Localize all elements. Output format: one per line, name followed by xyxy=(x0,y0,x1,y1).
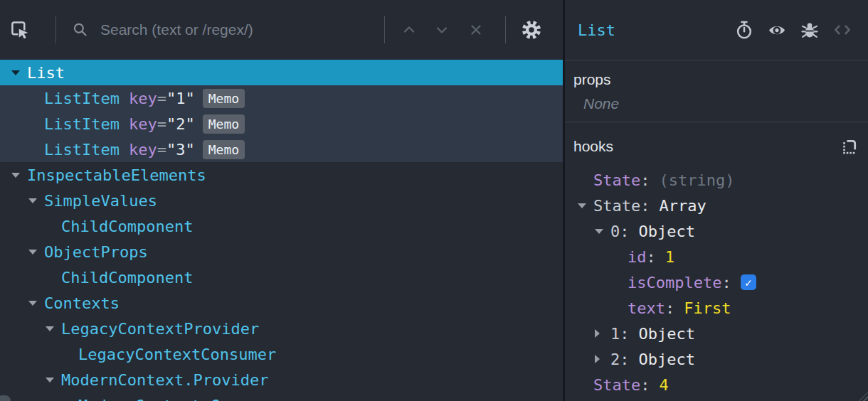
inspect-element-icon xyxy=(9,19,31,41)
tree-row-ChildComponent[interactable]: ChildComponent xyxy=(0,213,563,239)
parse-hook-names-button[interactable] xyxy=(840,137,859,156)
tree-row-ListItem[interactable]: ListItemkey="3"Memo xyxy=(0,137,563,162)
expand-arrow-icon[interactable] xyxy=(28,301,44,306)
tree-row-InspectableElements[interactable]: InspectableElements xyxy=(0,162,563,188)
expand-arrow-icon[interactable] xyxy=(46,378,61,383)
chevron-up-icon xyxy=(401,21,418,38)
hook-value: Object xyxy=(639,325,695,343)
triangle-down-icon xyxy=(46,378,54,383)
horizontal-scrollbar-thumb[interactable] xyxy=(0,395,11,401)
inspector-pane: List xyxy=(565,0,868,401)
hook-row-1[interactable]: 1:Object xyxy=(573,321,859,346)
expand-arrow-icon[interactable] xyxy=(28,198,44,203)
hook-name: State xyxy=(593,376,640,394)
hook-value[interactable]: 4 xyxy=(659,376,668,394)
hook-value[interactable]: 1 xyxy=(665,248,674,266)
tree-row-LegacyContextConsumer[interactable]: LegacyContextConsumer xyxy=(0,341,563,367)
triangle-down-icon xyxy=(28,250,37,255)
inspector-header: List xyxy=(565,0,868,60)
hook-value: (string) xyxy=(659,171,734,189)
hook-colon: : xyxy=(640,171,650,189)
component-name: InspectableElements xyxy=(27,166,206,184)
triangle-down-icon xyxy=(28,301,37,306)
search-input[interactable] xyxy=(100,21,371,38)
hook-colon: : xyxy=(665,299,674,317)
log-component-data-button[interactable] xyxy=(794,14,825,46)
hook-row-text: text:First xyxy=(573,295,859,321)
clear-search-button[interactable] xyxy=(460,14,492,46)
props-section-label: props xyxy=(573,71,857,88)
triangle-right-icon xyxy=(595,355,600,363)
attribute-value: "1" xyxy=(166,90,195,107)
hooks-rows: State:(string)State:Array0:Objectid:1isC… xyxy=(573,167,859,401)
checkbox-checked[interactable]: ✓ xyxy=(741,274,756,290)
hooks-section-label: hooks xyxy=(573,138,613,155)
suspense-toggle-button[interactable] xyxy=(729,14,760,46)
toolbar-divider xyxy=(55,16,56,43)
key-attribute: key="3" xyxy=(120,141,195,159)
hook-row-2[interactable]: 2:Object xyxy=(573,346,859,372)
hook-name: id xyxy=(628,248,647,266)
view-source-button[interactable] xyxy=(827,14,858,46)
hook-colon: : xyxy=(620,351,629,368)
hook-colon: : xyxy=(620,223,629,240)
hooks-section: hooks State:(string)State:Array0:Objecti… xyxy=(565,122,868,401)
resize-grip[interactable] xyxy=(859,392,868,401)
hook-name: 2 xyxy=(610,351,620,368)
toolbar-divider xyxy=(384,16,385,43)
attribute-name: key xyxy=(129,141,157,159)
component-name: ChildComponent xyxy=(61,269,193,287)
tree-row-List[interactable]: List xyxy=(0,60,563,85)
attribute-value: "2" xyxy=(166,115,195,133)
hook-name: text xyxy=(628,299,665,317)
attribute-equals: = xyxy=(157,115,166,133)
expand-arrow-icon[interactable] xyxy=(11,70,27,75)
hook-name: State xyxy=(593,171,640,189)
expand-arrow-icon[interactable] xyxy=(11,173,27,178)
tree-row-SimpleValues[interactable]: SimpleValues xyxy=(0,188,563,213)
code-brackets-icon xyxy=(832,20,852,40)
tree-row-ChildComponent[interactable]: ChildComponent xyxy=(0,264,563,290)
chevron-down-icon xyxy=(433,21,450,38)
tree-row-Contexts[interactable]: Contexts xyxy=(0,290,563,316)
settings-button[interactable] xyxy=(516,14,547,46)
key-attribute: key="1" xyxy=(120,90,195,107)
inspect-element-button[interactable] xyxy=(4,14,36,46)
inspect-dom-element-button[interactable] xyxy=(761,14,793,46)
tree-row-ObjectProps[interactable]: ObjectProps xyxy=(0,239,563,264)
memo-badge: Memo xyxy=(203,89,245,108)
props-empty-value: None xyxy=(583,95,857,112)
triangle-down-icon xyxy=(595,229,603,234)
tree-row-ListItem[interactable]: ListItemkey="2"Memo xyxy=(0,111,563,137)
component-name: ModernContext.Consumer xyxy=(78,397,285,401)
next-match-button[interactable] xyxy=(426,14,457,46)
component-name: LegacyContextProvider xyxy=(61,320,259,338)
search-icon xyxy=(65,14,96,46)
copy-dashed-box-icon xyxy=(840,137,859,156)
close-icon xyxy=(467,21,485,38)
hook-row-Callback: Callback:f () xyxy=(573,397,859,401)
component-name: ListItem xyxy=(44,141,120,159)
expand-arrow-icon[interactable] xyxy=(595,355,610,363)
hook-name: State xyxy=(593,197,640,215)
hook-colon: : xyxy=(721,274,731,292)
hook-row-State[interactable]: State:Array xyxy=(573,193,859,218)
hook-value[interactable]: First xyxy=(684,299,731,317)
hook-value: Object xyxy=(639,223,695,240)
component-tree-pane: ListListItemkey="1"MemoListItemkey="2"Me… xyxy=(0,0,563,401)
tree-row-LegacyContextProvider[interactable]: LegacyContextProvider xyxy=(0,316,563,341)
tree-row-ModernContext.Provider[interactable]: ModernContext.Provider xyxy=(0,367,563,392)
gear-icon xyxy=(521,19,542,41)
expand-arrow-icon[interactable] xyxy=(28,250,44,255)
tree-row-ModernContext.Consumer[interactable]: ModernContext.Consumer xyxy=(0,392,563,401)
component-name: Contexts xyxy=(44,294,120,312)
expand-arrow-icon[interactable] xyxy=(46,326,61,331)
hook-row-0[interactable]: 0:Object xyxy=(573,218,859,244)
expand-arrow-icon[interactable] xyxy=(578,203,593,208)
tree-toolbar xyxy=(0,0,563,60)
expand-arrow-icon[interactable] xyxy=(595,329,610,338)
previous-match-button[interactable] xyxy=(393,14,425,46)
tree-row-ListItem[interactable]: ListItemkey="1"Memo xyxy=(0,85,563,111)
props-section: props None xyxy=(565,60,868,122)
expand-arrow-icon[interactable] xyxy=(595,229,610,234)
